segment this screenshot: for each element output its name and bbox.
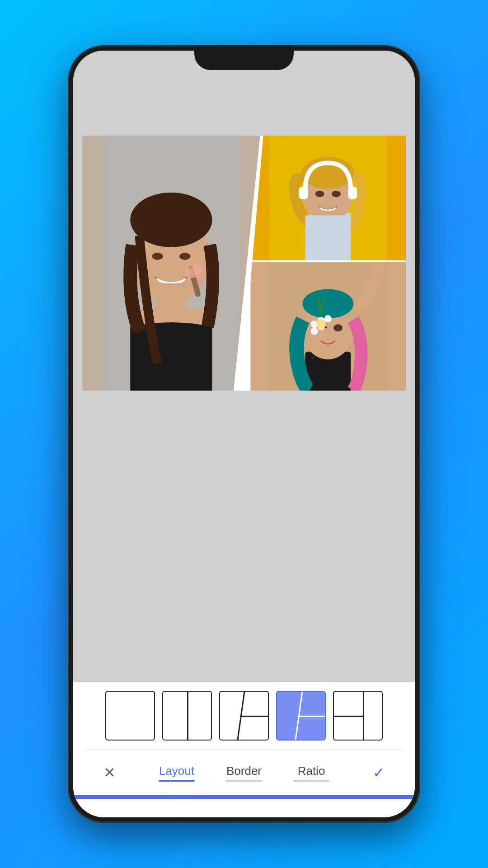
svg-point-30 bbox=[324, 315, 332, 322]
svg-point-5 bbox=[152, 253, 163, 260]
phone-screen: ✕ Layout Border Ratio bbox=[73, 51, 415, 817]
cancel-icon: ✕ bbox=[103, 764, 116, 781]
layout-3-horiz bbox=[240, 716, 268, 717]
ratio-tab-label: Ratio bbox=[298, 764, 325, 778]
cancel-button[interactable]: ✕ bbox=[91, 764, 127, 781]
svg-rect-21 bbox=[305, 215, 351, 263]
bottom-actions-row: ✕ Layout Border Ratio bbox=[73, 750, 415, 795]
border-tab-underline bbox=[226, 780, 262, 782]
layout-tab[interactable]: Layout bbox=[159, 764, 195, 782]
blue-indicator-bar bbox=[73, 795, 415, 799]
collage-panel-left bbox=[82, 136, 260, 391]
layout-5-left-h bbox=[334, 716, 363, 717]
svg-point-19 bbox=[315, 191, 324, 197]
svg-rect-18 bbox=[348, 187, 357, 199]
confirm-button[interactable]: ✓ bbox=[361, 764, 397, 781]
svg-point-20 bbox=[332, 191, 341, 197]
svg-point-27 bbox=[333, 325, 343, 332]
layout-tab-underline bbox=[159, 780, 195, 782]
phone-notch bbox=[194, 45, 294, 70]
layout-tab-label: Layout bbox=[159, 764, 194, 778]
svg-rect-17 bbox=[299, 187, 308, 199]
phone-frame: ✕ Layout Border Ratio bbox=[68, 45, 420, 823]
svg-point-32 bbox=[311, 328, 318, 335]
layout-5-right-v bbox=[363, 692, 364, 740]
layout-option-3[interactable] bbox=[219, 691, 269, 741]
collage-separator-horizontal bbox=[250, 260, 406, 262]
layout-option-2[interactable] bbox=[162, 691, 212, 741]
ratio-tab-underline bbox=[293, 780, 329, 782]
collage-preview-area bbox=[73, 132, 415, 394]
svg-point-9 bbox=[186, 264, 202, 275]
collage-panel-bottom-right bbox=[250, 260, 406, 391]
layout-thumbnails-row bbox=[73, 682, 415, 750]
bottom-toolbar: ✕ Layout Border Ratio bbox=[73, 682, 415, 817]
middle-spacer bbox=[73, 394, 415, 682]
svg-point-6 bbox=[179, 253, 190, 260]
layout-4-horiz bbox=[298, 716, 325, 717]
ratio-tab[interactable]: Ratio bbox=[293, 764, 329, 782]
collage-inner bbox=[82, 136, 406, 391]
collage-container bbox=[82, 136, 406, 391]
svg-point-26 bbox=[303, 289, 354, 319]
layout-option-5[interactable] bbox=[333, 691, 383, 741]
svg-point-33 bbox=[317, 320, 326, 329]
layout-option-1[interactable] bbox=[105, 691, 155, 741]
confirm-icon: ✓ bbox=[373, 764, 385, 781]
border-tab[interactable]: Border bbox=[226, 764, 262, 782]
border-tab-label: Border bbox=[226, 764, 262, 778]
layout-2-line bbox=[187, 692, 188, 740]
collage-panel-top-right bbox=[250, 136, 406, 263]
layout-option-4[interactable] bbox=[276, 691, 326, 741]
side-button bbox=[419, 262, 420, 298]
